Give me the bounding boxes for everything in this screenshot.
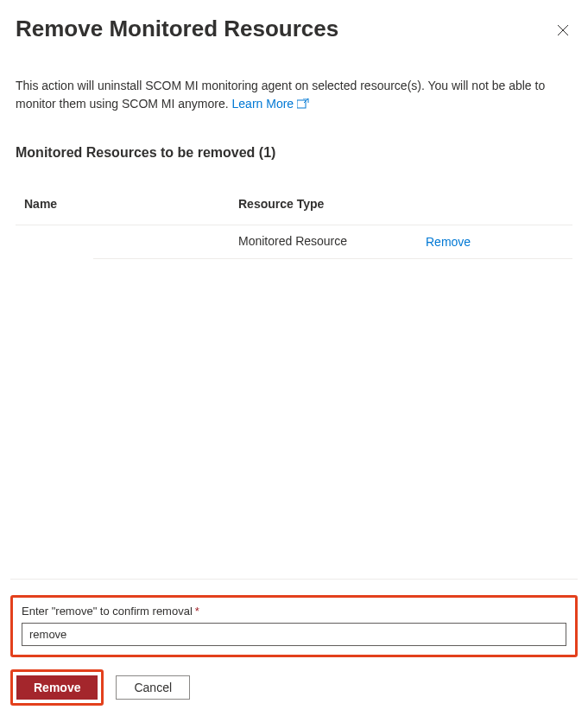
close-icon bbox=[557, 24, 569, 39]
column-header-name: Name bbox=[24, 197, 238, 211]
dialog-title: Remove Monitored Resources bbox=[16, 16, 338, 42]
remove-button[interactable]: Remove bbox=[16, 675, 98, 700]
confirm-highlight-box: Enter "remove" to confirm removal* bbox=[10, 595, 578, 657]
confirm-label: Enter "remove" to confirm removal* bbox=[22, 605, 566, 618]
learn-more-link[interactable]: Learn More bbox=[232, 97, 310, 111]
cancel-button[interactable]: Cancel bbox=[116, 675, 190, 700]
cell-type: Monitored Resource bbox=[238, 234, 426, 250]
dialog-description: This action will uninstall SCOM MI monit… bbox=[16, 77, 572, 114]
close-button[interactable] bbox=[553, 21, 572, 42]
divider bbox=[10, 579, 578, 580]
external-link-icon bbox=[297, 96, 309, 114]
table-header: Name Resource Type bbox=[16, 187, 572, 225]
table-row: Monitored Resource Remove bbox=[93, 225, 572, 259]
svg-rect-0 bbox=[297, 100, 306, 108]
cell-name bbox=[102, 234, 238, 250]
remove-highlight-box: Remove bbox=[10, 669, 104, 706]
resources-table: Name Resource Type Monitored Resource Re… bbox=[16, 187, 572, 259]
column-header-type: Resource Type bbox=[238, 197, 426, 211]
section-title: Monitored Resources to be removed (1) bbox=[16, 145, 572, 161]
row-remove-link[interactable]: Remove bbox=[426, 235, 471, 249]
confirm-input[interactable] bbox=[22, 623, 566, 646]
required-indicator: * bbox=[195, 605, 199, 618]
